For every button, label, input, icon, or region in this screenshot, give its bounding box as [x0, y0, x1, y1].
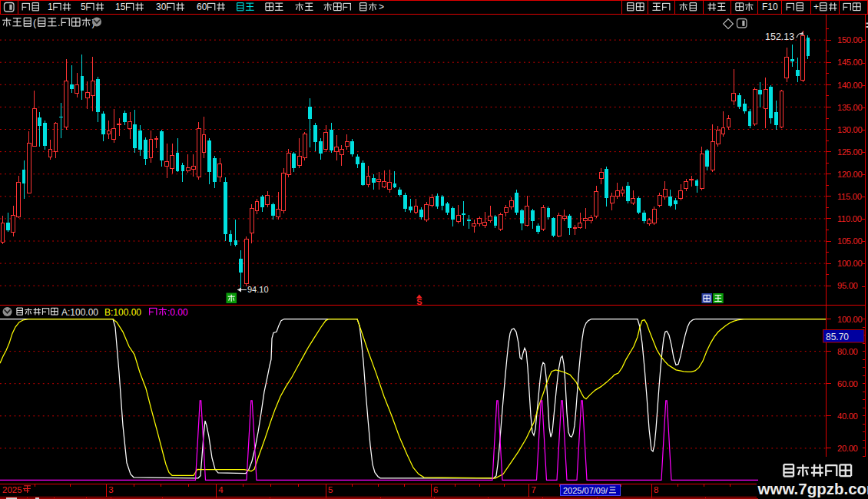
svg-text:30: 30 [156, 2, 167, 12]
svg-text:6: 6 [433, 485, 438, 494]
svg-text:40.00: 40.00 [837, 411, 858, 421]
svg-text:2025: 2025 [2, 485, 22, 494]
svg-text:125.00: 125.00 [837, 147, 862, 157]
svg-text:110.00: 110.00 [837, 214, 862, 223]
svg-text:140.00: 140.00 [837, 81, 862, 90]
svg-text:135.00: 135.00 [837, 103, 862, 112]
svg-text:130.00: 130.00 [837, 125, 862, 134]
svg-text:1: 1 [48, 2, 53, 12]
svg-text:2025/07/09/: 2025/07/09/ [563, 486, 608, 495]
svg-text::0.00: :0.00 [167, 307, 188, 318]
svg-text:A:100.00: A:100.00 [61, 307, 98, 318]
svg-text:4: 4 [218, 485, 224, 494]
svg-text:105.00: 105.00 [837, 236, 862, 246]
svg-text:60.00: 60.00 [837, 379, 858, 388]
svg-text:94.10: 94.10 [247, 285, 269, 294]
svg-text:B:100.00: B:100.00 [104, 307, 141, 318]
svg-text:152.13: 152.13 [765, 31, 794, 42]
svg-text:7: 7 [532, 485, 536, 494]
svg-text:60: 60 [197, 2, 207, 12]
svg-text:115.00: 115.00 [837, 192, 862, 201]
svg-text:5: 5 [328, 485, 333, 494]
svg-text:www.7gpzb.com: www.7gpzb.com [757, 480, 868, 497]
svg-text:>: > [379, 2, 384, 12]
svg-text:5: 5 [81, 2, 86, 12]
svg-text:85.70: 85.70 [826, 332, 849, 342]
svg-text:3: 3 [108, 485, 113, 494]
svg-text:95.00: 95.00 [837, 281, 858, 290]
svg-text:100.00: 100.00 [837, 259, 862, 268]
svg-text:150.00: 150.00 [837, 35, 862, 45]
svg-text:+: + [813, 2, 819, 12]
svg-text:120.00: 120.00 [837, 170, 862, 179]
svg-text:.: . [58, 18, 60, 28]
svg-text:145.00: 145.00 [837, 58, 862, 67]
svg-text:8: 8 [654, 485, 658, 494]
svg-text:F10: F10 [762, 2, 778, 12]
svg-text:100.00: 100.00 [837, 315, 862, 324]
svg-text:80.00: 80.00 [837, 347, 858, 356]
svg-text:20.00: 20.00 [837, 444, 858, 453]
svg-text:15: 15 [115, 2, 126, 12]
